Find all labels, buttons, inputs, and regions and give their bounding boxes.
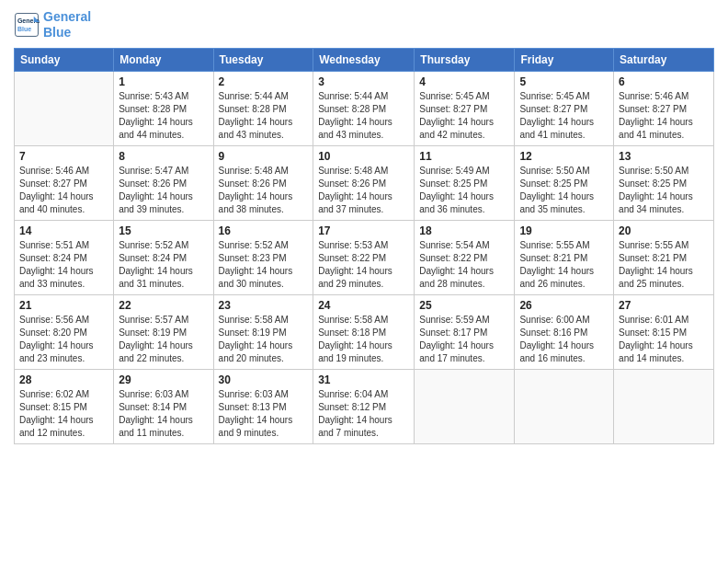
calendar-cell [15, 71, 114, 145]
day-info: Sunrise: 5:44 AM Sunset: 8:28 PM Dayligh… [219, 90, 309, 142]
calendar-cell: 19 Sunrise: 5:55 AM Sunset: 8:21 PM Dayl… [515, 220, 614, 294]
calendar-cell: 6 Sunrise: 5:46 AM Sunset: 8:27 PM Dayli… [614, 71, 714, 145]
day-number: 27 [619, 299, 709, 312]
calendar-cell: 11 Sunrise: 5:49 AM Sunset: 8:25 PM Dayl… [415, 145, 515, 220]
sunset-text: Sunset: 8:28 PM [318, 104, 386, 114]
day-number: 18 [419, 224, 509, 237]
calendar-cell: 31 Sunrise: 6:04 AM Sunset: 8:12 PM Dayl… [313, 369, 415, 443]
day-number: 10 [318, 150, 409, 163]
calendar-week-row: 1 Sunrise: 5:43 AM Sunset: 8:28 PM Dayli… [15, 71, 714, 145]
sunset-text: Sunset: 8:23 PM [219, 253, 287, 263]
sunrise-text: Sunrise: 5:45 AM [419, 91, 489, 101]
calendar-cell: 12 Sunrise: 5:50 AM Sunset: 8:25 PM Dayl… [515, 145, 614, 220]
sunset-text: Sunset: 8:24 PM [119, 253, 187, 263]
daylight-text: Daylight: 14 hours and 43 minutes. [219, 117, 293, 140]
calendar-cell: 22 Sunrise: 5:57 AM Sunset: 8:19 PM Dayl… [114, 294, 213, 369]
daylight-text: Daylight: 14 hours and 20 minutes. [219, 340, 293, 363]
day-number: 26 [519, 299, 609, 312]
daylight-text: Daylight: 14 hours and 29 minutes. [318, 266, 392, 289]
calendar-cell: 23 Sunrise: 5:58 AM Sunset: 8:19 PM Dayl… [213, 294, 313, 369]
sunrise-text: Sunrise: 6:00 AM [519, 315, 589, 325]
calendar-header-saturday: Saturday [614, 48, 714, 71]
sunrise-text: Sunrise: 5:47 AM [119, 166, 188, 176]
sunrise-text: Sunrise: 6:03 AM [219, 389, 289, 399]
sunrise-text: Sunrise: 5:48 AM [318, 166, 388, 176]
sunset-text: Sunset: 8:21 PM [619, 253, 687, 263]
sunset-text: Sunset: 8:18 PM [318, 327, 386, 338]
sunrise-text: Sunrise: 6:02 AM [19, 389, 89, 399]
sunrise-text: Sunrise: 5:58 AM [219, 315, 289, 325]
calendar-cell [614, 369, 714, 443]
sunrise-text: Sunrise: 5:50 AM [519, 166, 589, 176]
day-info: Sunrise: 5:46 AM Sunset: 8:27 PM Dayligh… [619, 90, 709, 142]
day-number: 11 [419, 150, 509, 163]
calendar-header-row: SundayMondayTuesdayWednesdayThursdayFrid… [15, 48, 714, 71]
calendar-cell: 7 Sunrise: 5:46 AM Sunset: 8:27 PM Dayli… [15, 145, 114, 220]
day-number: 29 [119, 373, 208, 386]
sunrise-text: Sunrise: 5:44 AM [318, 91, 388, 101]
svg-rect-0 [16, 13, 39, 36]
sunset-text: Sunset: 8:17 PM [419, 327, 487, 338]
daylight-text: Daylight: 14 hours and 42 minutes. [419, 117, 494, 140]
day-number: 1 [119, 75, 208, 88]
daylight-text: Daylight: 14 hours and 36 minutes. [419, 191, 494, 214]
day-info: Sunrise: 5:54 AM Sunset: 8:22 PM Dayligh… [419, 239, 509, 291]
daylight-text: Daylight: 14 hours and 25 minutes. [619, 266, 693, 289]
calendar-header-thursday: Thursday [415, 48, 515, 71]
sunrise-text: Sunrise: 6:03 AM [119, 389, 188, 399]
day-info: Sunrise: 6:00 AM Sunset: 8:16 PM Dayligh… [519, 314, 609, 365]
calendar-cell: 29 Sunrise: 6:03 AM Sunset: 8:14 PM Dayl… [114, 369, 213, 443]
calendar-cell: 2 Sunrise: 5:44 AM Sunset: 8:28 PM Dayli… [213, 71, 313, 145]
day-info: Sunrise: 5:50 AM Sunset: 8:25 PM Dayligh… [619, 165, 709, 216]
calendar-cell: 15 Sunrise: 5:52 AM Sunset: 8:24 PM Dayl… [114, 220, 213, 294]
sunrise-text: Sunrise: 6:04 AM [318, 389, 388, 399]
daylight-text: Daylight: 14 hours and 14 minutes. [619, 340, 693, 363]
logo-icon: General Blue [14, 12, 40, 38]
sunset-text: Sunset: 8:14 PM [119, 402, 187, 412]
calendar-cell: 13 Sunrise: 5:50 AM Sunset: 8:25 PM Dayl… [614, 145, 714, 220]
sunset-text: Sunset: 8:27 PM [519, 104, 587, 114]
calendar-cell: 28 Sunrise: 6:02 AM Sunset: 8:15 PM Dayl… [15, 369, 114, 443]
sunset-text: Sunset: 8:19 PM [119, 327, 187, 338]
sunset-text: Sunset: 8:22 PM [419, 253, 487, 263]
daylight-text: Daylight: 14 hours and 12 minutes. [19, 415, 94, 438]
calendar-cell: 30 Sunrise: 6:03 AM Sunset: 8:13 PM Dayl… [213, 369, 313, 443]
sunrise-text: Sunrise: 5:55 AM [519, 240, 589, 250]
sunrise-text: Sunrise: 5:46 AM [619, 91, 688, 101]
calendar-week-row: 14 Sunrise: 5:51 AM Sunset: 8:24 PM Dayl… [15, 220, 714, 294]
daylight-text: Daylight: 14 hours and 28 minutes. [419, 266, 494, 289]
daylight-text: Daylight: 14 hours and 19 minutes. [318, 340, 392, 363]
calendar-cell: 14 Sunrise: 5:51 AM Sunset: 8:24 PM Dayl… [15, 220, 114, 294]
daylight-text: Daylight: 14 hours and 11 minutes. [119, 415, 193, 438]
day-info: Sunrise: 5:43 AM Sunset: 8:28 PM Dayligh… [119, 90, 208, 142]
calendar-cell: 20 Sunrise: 5:55 AM Sunset: 8:21 PM Dayl… [614, 220, 714, 294]
sunset-text: Sunset: 8:25 PM [619, 178, 687, 189]
day-number: 16 [219, 224, 309, 237]
day-info: Sunrise: 5:59 AM Sunset: 8:17 PM Dayligh… [419, 314, 509, 365]
sunset-text: Sunset: 8:15 PM [619, 327, 687, 338]
day-info: Sunrise: 5:58 AM Sunset: 8:18 PM Dayligh… [318, 314, 409, 365]
day-info: Sunrise: 5:57 AM Sunset: 8:19 PM Dayligh… [119, 314, 208, 365]
day-number: 19 [519, 224, 609, 237]
calendar-cell: 9 Sunrise: 5:48 AM Sunset: 8:26 PM Dayli… [213, 145, 313, 220]
sunrise-text: Sunrise: 5:45 AM [519, 91, 589, 101]
daylight-text: Daylight: 14 hours and 41 minutes. [519, 117, 594, 140]
day-info: Sunrise: 5:55 AM Sunset: 8:21 PM Dayligh… [519, 239, 609, 291]
sunrise-text: Sunrise: 5:49 AM [419, 166, 489, 176]
sunset-text: Sunset: 8:26 PM [318, 178, 386, 189]
day-info: Sunrise: 6:04 AM Sunset: 8:12 PM Dayligh… [318, 388, 409, 440]
daylight-text: Daylight: 14 hours and 44 minutes. [119, 117, 193, 140]
day-number: 5 [519, 75, 609, 88]
sunrise-text: Sunrise: 5:46 AM [19, 166, 89, 176]
day-info: Sunrise: 6:01 AM Sunset: 8:15 PM Dayligh… [619, 314, 709, 365]
daylight-text: Daylight: 14 hours and 31 minutes. [119, 266, 193, 289]
day-number: 4 [419, 75, 509, 88]
daylight-text: Daylight: 14 hours and 22 minutes. [119, 340, 193, 363]
sunrise-text: Sunrise: 5:58 AM [318, 315, 388, 325]
daylight-text: Daylight: 14 hours and 9 minutes. [219, 415, 293, 438]
daylight-text: Daylight: 14 hours and 41 minutes. [619, 117, 693, 140]
day-info: Sunrise: 5:48 AM Sunset: 8:26 PM Dayligh… [318, 165, 409, 216]
daylight-text: Daylight: 14 hours and 39 minutes. [119, 191, 193, 214]
day-info: Sunrise: 5:51 AM Sunset: 8:24 PM Dayligh… [19, 239, 108, 291]
calendar-cell: 8 Sunrise: 5:47 AM Sunset: 8:26 PM Dayli… [114, 145, 213, 220]
